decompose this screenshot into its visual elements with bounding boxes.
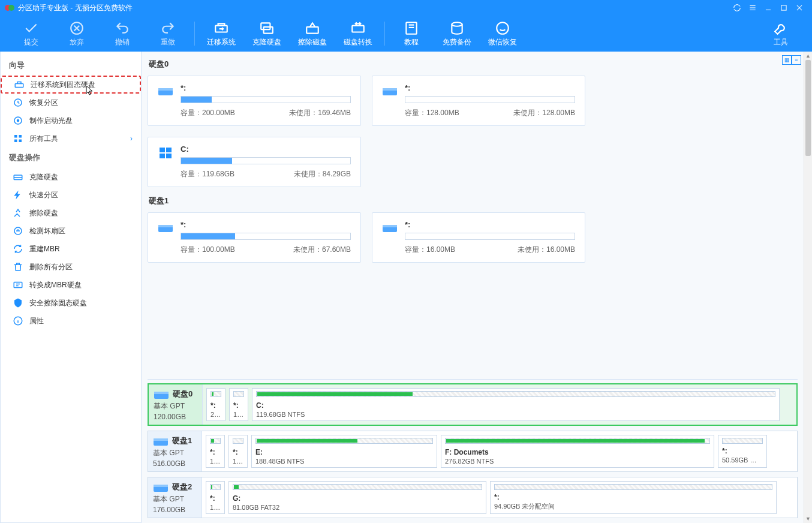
maximize-icon[interactable] [776, 0, 792, 16]
diskmap-partition[interactable]: *:20... [206, 388, 225, 421]
minimize-icon[interactable] [760, 0, 776, 16]
sidebar-wizard-item[interactable]: 制作启动光盘 [1, 112, 141, 130]
svg-rect-27 [19, 135, 22, 138]
sidebar-item-icon [13, 190, 23, 200]
tools-button[interactable]: 工具 [758, 17, 804, 50]
redo-button[interactable]: 重做 [145, 17, 191, 50]
diskmap-partition[interactable]: C:119.68GB NTFS [252, 388, 780, 421]
svg-rect-44 [166, 154, 172, 158]
menu-icon[interactable] [745, 0, 760, 16]
partition-detail: 15... [210, 504, 221, 511]
sidebar-wizard-item[interactable]: 恢复分区 [1, 94, 141, 112]
svg-point-20 [452, 22, 462, 26]
diskmap-partition[interactable]: F: Documets276.82GB NTFS [441, 435, 714, 468]
scroll-down-icon[interactable]: ▼ [805, 515, 811, 523]
discard-button[interactable]: 放弃 [54, 17, 100, 50]
migrate-os-button[interactable]: 迁移系统 [199, 17, 244, 50]
diskmap-partition[interactable]: *:94.90GB 未分配空间 [490, 481, 777, 514]
titlebar: 分区助手专业版 - 无损分区免费软件 [0, 0, 812, 16]
free-label: 未使用：67.60MB [293, 245, 351, 255]
sidebar-ops-item[interactable]: 安全擦除固态硬盘 [1, 294, 141, 312]
svg-point-25 [17, 120, 19, 122]
sidebar-ops-item[interactable]: 删除所有分区 [1, 258, 141, 276]
diskmap-row[interactable]: 硬盘0基本 GPT120.00GB*:20...*:12...C:119.68G… [148, 383, 798, 426]
view-list-icon[interactable]: ≡ [792, 55, 801, 65]
vertical-scrollbar[interactable]: ▲ ▼ [804, 52, 812, 523]
partition-label: *: [210, 401, 221, 410]
scrollbar-thumb[interactable] [805, 60, 811, 156]
diskmap-partition[interactable]: *:50.59GB 未分... [718, 435, 767, 468]
partition-label: G: [233, 494, 482, 503]
diskmap-partition[interactable]: E:188.48GB NTFS [251, 435, 437, 468]
wechat-recover-button[interactable]: 微信恢复 [480, 17, 525, 50]
partition-card[interactable]: *: 容量：200.00MB未使用：169.46MB [148, 76, 361, 126]
sidebar-item-icon [13, 97, 23, 108]
clone-disk-button[interactable]: 克隆硬盘 [244, 17, 290, 50]
svg-rect-16 [352, 25, 364, 32]
view-grid-icon[interactable]: ▦ [782, 55, 792, 65]
sidebar-item-label: 转换成MBR硬盘 [29, 280, 82, 290]
sidebar-ops-item[interactable]: 擦除硬盘 [1, 204, 141, 222]
partition-bar [210, 391, 221, 397]
diskmap-header: 硬盘2基本 GPT176.00GB [148, 477, 202, 518]
sidebar-ops-item[interactable]: 属性 [1, 312, 141, 330]
tutorial-button[interactable]: 教程 [389, 17, 434, 50]
convert-disk-button[interactable]: 磁盘转换 [335, 17, 381, 50]
capacity-label: 容量：128.00MB [405, 108, 459, 118]
check-icon [23, 20, 39, 36]
capacity-label: 容量：100.00MB [181, 245, 235, 255]
sidebar-wizard-item[interactable]: 迁移系统到固态硬盘 [1, 76, 141, 94]
commit-button[interactable]: 提交 [8, 17, 54, 50]
svg-point-21 [497, 22, 509, 34]
backup-button[interactable]: 免费备份 [434, 17, 480, 50]
disk-size: 176.00GB [153, 506, 197, 514]
toolbar: 提交 放弃 撤销 重做 迁移系统 克隆硬盘 擦除磁盘 磁盘转换 教程 免费备份 … [0, 16, 812, 52]
wipe-disk-button[interactable]: 擦除磁盘 [290, 17, 335, 50]
partition-card[interactable]: C: 容量：119.68GB未使用：84.29GB [148, 137, 361, 187]
diskmap-partition[interactable]: G:81.08GB FAT32 [228, 481, 486, 514]
partition-card[interactable]: *: 容量：16.00MB未使用：16.00MB [372, 212, 585, 263]
sidebar-ops-item[interactable]: 克隆硬盘 [1, 168, 141, 186]
scroll-up-icon[interactable]: ▲ [805, 52, 811, 60]
diskmap-partition[interactable]: *:10... [206, 435, 225, 468]
sidebar-item-icon [13, 115, 23, 126]
partition-label: *: [233, 448, 243, 456]
clone-icon [259, 20, 275, 36]
sidebar-item-label: 安全擦除固态硬盘 [29, 298, 87, 308]
partition-detail: 16... [233, 458, 243, 465]
wizard-heading: 向导 [1, 55, 141, 76]
svg-rect-22 [15, 84, 23, 88]
diskmap-row[interactable]: 硬盘1基本 GPT516.00GB*:10...*:16...E:188.48G… [148, 431, 798, 472]
diskmap-partition[interactable]: *:16... [228, 435, 248, 468]
disk-section-title: 硬盘0 [149, 59, 798, 70]
free-label: 未使用：169.46MB [289, 108, 351, 118]
wechat-icon [495, 20, 510, 36]
svg-rect-43 [160, 154, 165, 158]
sidebar-wizard-item[interactable]: 所有工具› [1, 130, 141, 148]
partition-card[interactable]: *: 容量：128.00MB未使用：128.00MB [372, 76, 585, 126]
partition-card[interactable]: *: 容量：100.00MB未使用：67.60MB [148, 212, 361, 263]
diskmap-header: 硬盘0基本 GPT120.00GB [149, 384, 203, 425]
diskmap-partition[interactable]: *:15... [206, 481, 225, 514]
undo-button[interactable]: 撤销 [100, 17, 145, 50]
svg-rect-50 [154, 392, 169, 394]
diskmap-partition[interactable]: *:12... [229, 388, 248, 421]
diskmap-row[interactable]: 硬盘2基本 GPT176.00GB*:15...G:81.08GB FAT32*… [148, 477, 798, 518]
convert-icon [350, 20, 366, 36]
usage-bar [181, 233, 351, 240]
sidebar-ops-item[interactable]: 检测坏扇区 [1, 222, 141, 240]
sidebar-ops-item[interactable]: 快速分区 [1, 186, 141, 204]
sidebar-item-icon [13, 133, 23, 144]
svg-rect-54 [154, 485, 168, 487]
usage-bar [181, 157, 351, 164]
usage-bar [405, 233, 575, 240]
sidebar-ops-item[interactable]: 重建MBR [1, 240, 141, 258]
refresh-icon[interactable] [729, 0, 745, 16]
sidebar: 向导 迁移系统到固态硬盘恢复分区制作启动光盘所有工具› 硬盘操作 克隆硬盘快速分… [0, 52, 142, 523]
close-icon[interactable] [792, 0, 807, 16]
free-label: 未使用：84.29GB [294, 169, 351, 179]
sidebar-ops-item[interactable]: 转换成MBR硬盘 [1, 276, 141, 294]
sidebar-item-label: 恢复分区 [29, 98, 58, 108]
sidebar-item-icon [14, 79, 25, 90]
disk-icon [158, 85, 173, 98]
